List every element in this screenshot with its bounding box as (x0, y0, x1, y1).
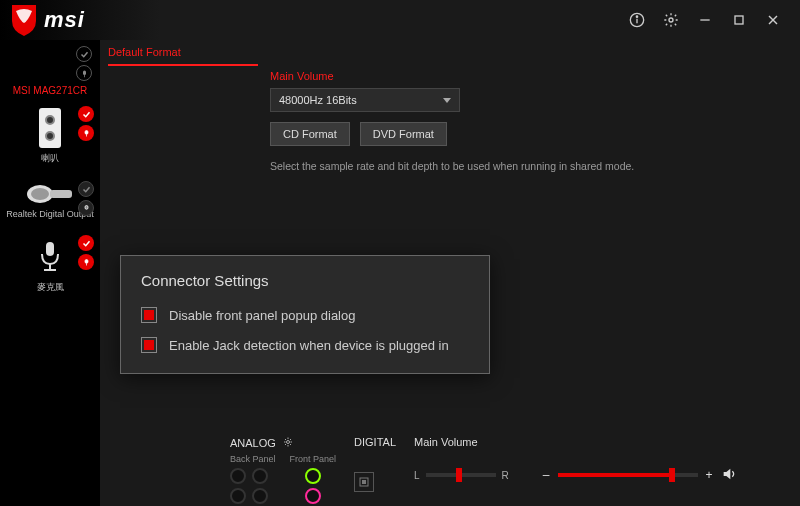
select-value: 48000Hz 16Bits (279, 94, 357, 106)
balance-left-label: L (414, 470, 420, 481)
volume-slider[interactable] (558, 473, 698, 477)
volume-section: Main Volume L R – + (414, 436, 788, 484)
svg-rect-12 (85, 205, 88, 209)
svg-rect-18 (46, 242, 54, 256)
jack-back-2[interactable] (252, 468, 268, 484)
maximize-button[interactable] (722, 3, 756, 37)
status-mic-icon (78, 254, 94, 270)
svg-point-3 (669, 18, 673, 22)
status-active-icon (78, 235, 94, 251)
checkbox-enable-jack-detection[interactable] (141, 337, 157, 353)
status-mic-icon (78, 125, 94, 141)
sidebar-monitor-label: MSI MAG271CR (13, 85, 87, 96)
hint-text: Select the sample rate and bit depth to … (270, 160, 780, 172)
balance-slider[interactable]: L R (414, 470, 509, 481)
status-mic-icon (78, 200, 94, 216)
dvd-format-button[interactable]: DVD Format (360, 122, 447, 146)
mute-button[interactable] (721, 466, 737, 484)
sidebar-device-digital[interactable]: Realtek Digital Output (0, 183, 100, 219)
close-button[interactable] (756, 3, 790, 37)
volume-plus[interactable]: + (706, 468, 713, 482)
check-icon (76, 46, 92, 62)
popup-title: Connector Settings (141, 272, 469, 289)
status-active-icon (78, 106, 94, 122)
sidebar-device-speakers[interactable]: 喇叭 (0, 108, 100, 165)
checkbox-label: Disable front panel popup dialog (169, 308, 355, 323)
main-volume-label: Main Volume (414, 436, 788, 448)
sample-rate-select[interactable]: 48000Hz 16Bits (270, 88, 460, 112)
info-button[interactable] (620, 3, 654, 37)
status-active-icon (78, 181, 94, 197)
checkbox-label: Enable Jack detection when device is plu… (169, 338, 449, 353)
svg-point-14 (31, 188, 49, 200)
sidebar-device-mic[interactable]: 麥克風 (0, 237, 100, 294)
svg-rect-16 (85, 259, 88, 263)
jack-back-4[interactable] (252, 488, 268, 504)
digital-label: DIGITAL (354, 436, 396, 448)
balance-right-label: R (502, 470, 509, 481)
optical-icon (26, 183, 74, 205)
bottombar: ANALOG Back Panel Front Panel (100, 426, 800, 506)
svg-rect-23 (362, 480, 366, 484)
connector-settings-popup: Connector Settings Disable front panel p… (120, 255, 490, 374)
chevron-down-icon (443, 98, 451, 103)
minimize-icon (697, 12, 713, 28)
jack-front-pink[interactable] (305, 488, 321, 504)
microphone-icon (30, 237, 70, 277)
svg-rect-15 (50, 190, 72, 198)
device-label: 麥克風 (0, 281, 100, 294)
analog-label: ANALOG (230, 437, 276, 449)
jack-back-1[interactable] (230, 468, 246, 484)
sidebar-top-status (76, 46, 92, 81)
gear-icon (663, 12, 679, 28)
tab-default-format[interactable]: Default Format (108, 42, 258, 66)
sidebar: MSI MAG271CR 喇叭 Realtek Digit (0, 40, 100, 506)
device-icon (76, 65, 92, 81)
analog-section: ANALOG Back Panel Front Panel (230, 436, 336, 506)
app-window: msi MSI MAG271CR (0, 0, 800, 506)
msi-shield-icon (10, 3, 38, 37)
jack-back-3[interactable] (230, 488, 246, 504)
device-label: 喇叭 (0, 152, 100, 165)
cd-format-button[interactable]: CD Format (270, 122, 350, 146)
settings-button[interactable] (654, 3, 688, 37)
close-icon (765, 12, 781, 28)
front-panel-label: Front Panel (290, 454, 337, 464)
brand-text: msi (44, 7, 85, 33)
info-icon (629, 12, 645, 28)
digital-output-jack[interactable] (354, 472, 374, 492)
svg-rect-8 (83, 70, 86, 75)
maximize-icon (731, 12, 747, 28)
svg-point-21 (286, 441, 289, 444)
digital-section: DIGITAL (354, 436, 396, 492)
svg-point-2 (636, 16, 637, 17)
section-title: Main Volume (270, 70, 780, 82)
titlebar: msi (0, 0, 800, 40)
minimize-button[interactable] (688, 3, 722, 37)
volume-minus[interactable]: – (543, 468, 550, 482)
checkbox-disable-front-popup[interactable] (141, 307, 157, 323)
content: Main Volume 48000Hz 16Bits CD Format DVD… (100, 66, 800, 172)
brand-logo: msi (10, 3, 85, 37)
svg-rect-5 (735, 16, 743, 24)
jack-front-green[interactable] (305, 468, 321, 484)
back-panel-label: Back Panel (230, 454, 276, 464)
tab-row: Default Format (100, 40, 800, 66)
svg-rect-10 (85, 130, 88, 134)
speakers-icon (39, 108, 61, 148)
analog-settings-button[interactable] (282, 436, 294, 450)
